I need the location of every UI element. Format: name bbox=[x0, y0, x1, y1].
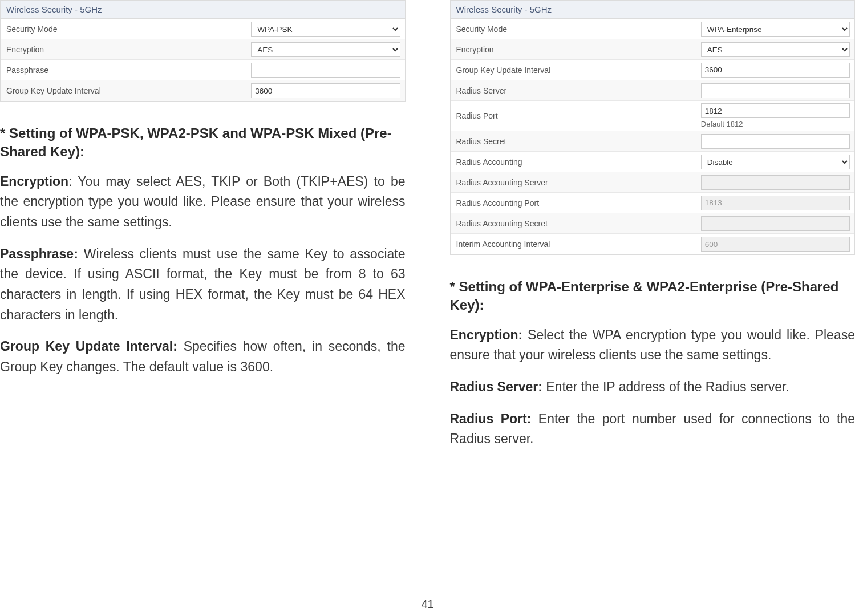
radius-accounting-server-input bbox=[701, 175, 850, 190]
para-passphrase: Passphrase: Wireless clients must use th… bbox=[0, 244, 406, 326]
encryption-select[interactable]: AES bbox=[701, 42, 850, 57]
field-label: Group Key Update Interval bbox=[451, 61, 701, 79]
field-control: AES bbox=[251, 40, 404, 59]
field-control bbox=[701, 81, 854, 100]
field-control: Default 1812 bbox=[701, 101, 854, 131]
field-label: Interim Accounting Interval bbox=[451, 235, 701, 253]
panel-title: Wireless Security - 5GHz bbox=[1, 1, 405, 19]
field-control: WPA-PSK bbox=[251, 19, 404, 39]
field-label: Encryption bbox=[1, 40, 251, 59]
field-control: Disable bbox=[701, 152, 854, 172]
radius-accounting-select[interactable]: Disable bbox=[701, 155, 850, 169]
section-heading: * Setting of WPA-PSK, WPA2-PSK and WPA-P… bbox=[0, 124, 406, 161]
section-heading: * Setting of WPA-Enterprise & WPA2-Enter… bbox=[450, 278, 856, 315]
page-number: 41 bbox=[0, 598, 855, 611]
field-control bbox=[251, 60, 404, 80]
field-label: Radius Server bbox=[451, 82, 701, 100]
radius-accounting-secret-input bbox=[701, 216, 850, 231]
panel-row: Passphrase bbox=[1, 60, 405, 80]
interim-accounting-interval-input bbox=[701, 237, 850, 252]
panel-row: Group Key Update Interval bbox=[451, 60, 855, 80]
panel-row: Security ModeWPA-PSK bbox=[1, 19, 405, 39]
panel-row: Security ModeWPA-Enterprise bbox=[451, 19, 855, 39]
para-radius-port: Radius Port: Enter the port number used … bbox=[450, 409, 856, 449]
panel-row: Radius Accounting Server bbox=[451, 172, 855, 193]
radius-secret-input[interactable] bbox=[701, 134, 850, 149]
radius-port-input[interactable] bbox=[701, 103, 850, 118]
field-control: AES bbox=[701, 40, 854, 59]
field-control bbox=[701, 193, 854, 213]
panel-row: Interim Accounting Interval bbox=[451, 234, 855, 254]
group-key-update-interval-input[interactable] bbox=[701, 63, 850, 78]
para-encryption: Encryption: Select the WPA encryption ty… bbox=[450, 325, 856, 366]
field-control bbox=[701, 173, 854, 192]
field-label: Encryption bbox=[451, 40, 701, 59]
panel-row: Radius Accounting Port bbox=[451, 193, 855, 213]
doc-section-psk: * Setting of WPA-PSK, WPA2-PSK and WPA-P… bbox=[0, 124, 406, 378]
security-mode-select[interactable]: WPA-PSK bbox=[251, 22, 400, 37]
panel-row: Radius Secret bbox=[451, 131, 855, 152]
panel-row: EncryptionAES bbox=[451, 39, 855, 60]
field-control bbox=[701, 234, 854, 254]
field-control: WPA-Enterprise bbox=[701, 19, 854, 39]
para-group-key-interval: Group Key Update Interval: Specifies how… bbox=[0, 337, 406, 377]
doc-section-enterprise: * Setting of WPA-Enterprise & WPA2-Enter… bbox=[450, 278, 856, 449]
panel-row: Radius PortDefault 1812 bbox=[451, 101, 855, 131]
wireless-security-panel-enterprise: Wireless Security - 5GHz Security ModeWP… bbox=[450, 0, 856, 255]
panel-row: EncryptionAES bbox=[1, 39, 405, 60]
field-label: Radius Secret bbox=[451, 132, 701, 151]
field-hint: Default 1812 bbox=[701, 118, 850, 128]
field-control bbox=[701, 132, 854, 151]
field-label: Security Mode bbox=[1, 20, 251, 38]
panel-row: Radius Server bbox=[451, 80, 855, 101]
field-label: Radius Accounting bbox=[451, 153, 701, 171]
field-label: Passphrase bbox=[1, 61, 251, 79]
field-label: Radius Accounting Server bbox=[451, 173, 701, 192]
radius-accounting-port-input bbox=[701, 196, 850, 210]
field-label: Radius Accounting Port bbox=[451, 194, 701, 212]
encryption-select[interactable]: AES bbox=[251, 42, 400, 57]
para-encryption: Encryption: You may select AES, TKIP or … bbox=[0, 172, 406, 233]
field-control bbox=[701, 214, 854, 233]
panel-row: Radius Accounting Secret bbox=[451, 213, 855, 234]
para-radius-server: Radius Server: Enter the IP address of t… bbox=[450, 377, 856, 398]
field-label: Security Mode bbox=[451, 20, 701, 38]
radius-server-input[interactable] bbox=[701, 83, 850, 98]
security-mode-select[interactable]: WPA-Enterprise bbox=[701, 22, 850, 37]
passphrase-input[interactable] bbox=[251, 63, 400, 78]
field-label: Radius Port bbox=[451, 107, 701, 125]
panel-row: Group Key Update Interval bbox=[1, 80, 405, 101]
field-label: Radius Accounting Secret bbox=[451, 214, 701, 233]
group-key-update-interval-input[interactable] bbox=[251, 83, 400, 98]
panel-row: Radius AccountingDisable bbox=[451, 152, 855, 172]
field-control bbox=[251, 81, 404, 100]
panel-title: Wireless Security - 5GHz bbox=[451, 1, 855, 19]
field-label: Group Key Update Interval bbox=[1, 82, 251, 100]
field-control bbox=[701, 60, 854, 80]
wireless-security-panel-psk: Wireless Security - 5GHz Security ModeWP… bbox=[0, 0, 406, 102]
